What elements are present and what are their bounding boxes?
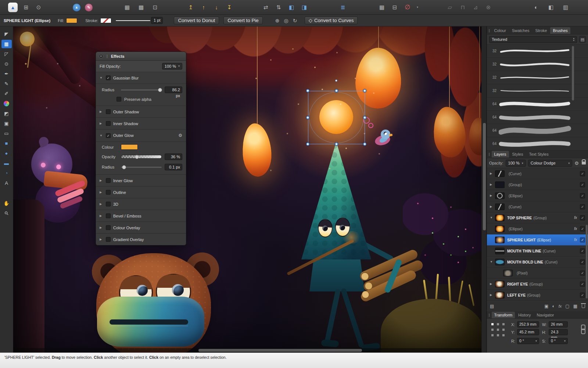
- snapping-grid-icon[interactable]: ▦: [123, 3, 131, 12]
- brush-item[interactable]: 64: [487, 137, 588, 151]
- pencil-tool[interactable]: ✎: [1, 79, 12, 88]
- effect-section-colour-overlay[interactable]: ▶ Colour Overlay: [96, 222, 186, 234]
- effect-checkbox[interactable]: ✓: [106, 75, 111, 80]
- split-view-icon[interactable]: ◧: [547, 3, 555, 12]
- disclosure-icon[interactable]: ▶: [100, 238, 103, 241]
- effect-section-inner-shadow[interactable]: ▶ Inner Shadow: [96, 118, 186, 130]
- new-pixel-layer-icon[interactable]: ▦: [573, 304, 577, 309]
- colour-picker-dropdown-icon[interactable]: ▾: [413, 3, 422, 12]
- artboard-tool[interactable]: ▦: [1, 40, 12, 48]
- flip-vertical-icon[interactable]: ⇅: [275, 3, 283, 12]
- align-horizontal-icon[interactable]: ◧: [287, 3, 295, 12]
- convert-to-donut-button[interactable]: Convert to Donut: [174, 17, 219, 24]
- snap-to-center-icon[interactable]: ⊕: [273, 18, 282, 24]
- pie-tool[interactable]: ◔: [1, 169, 12, 177]
- tab-swatches[interactable]: Swatches: [509, 27, 532, 34]
- panel-drag-handle[interactable]: ∥: [488, 313, 490, 317]
- designer-persona-icon[interactable]: ▲: [73, 4, 80, 11]
- point-transform-tool[interactable]: ⊙: [1, 60, 12, 68]
- radius-value[interactable]: 86.2 px: [165, 86, 182, 93]
- text-tool[interactable]: A: [1, 179, 12, 187]
- transparency-tool[interactable]: ◩: [1, 109, 12, 118]
- rounded-rectangle-tool[interactable]: ▬: [1, 159, 12, 167]
- effect-checkbox[interactable]: ✓: [106, 133, 111, 138]
- fx-badge[interactable]: fx: [574, 216, 577, 220]
- pixel-persona-icon[interactable]: ✎: [85, 4, 93, 11]
- tab-stroke[interactable]: Stroke: [533, 27, 550, 34]
- insert-target-icon[interactable]: ▦: [378, 3, 386, 12]
- glow-opacity-slider[interactable]: [121, 155, 162, 159]
- convert-to-curves-button[interactable]: ◇Convert to Curves: [305, 17, 358, 24]
- effect-checkbox[interactable]: [106, 190, 111, 195]
- expander-icon[interactable]: ▼: [490, 216, 495, 219]
- pen-tool[interactable]: ✒: [1, 70, 12, 78]
- cycle-selection-icon[interactable]: ⊗: [484, 3, 492, 12]
- tab-styles[interactable]: Styles: [510, 151, 526, 158]
- zoom-tool[interactable]: ⚲: [1, 209, 12, 217]
- effect-checkbox[interactable]: [106, 178, 111, 183]
- expander-icon[interactable]: ▶: [490, 194, 495, 197]
- move-backward-icon[interactable]: ↓: [212, 3, 220, 12]
- slider-thumb[interactable]: [135, 155, 139, 159]
- rectangle-tool[interactable]: ■: [1, 139, 12, 148]
- preserve-alpha-checkbox[interactable]: [116, 97, 121, 102]
- insert-behind-icon[interactable]: ⊟: [391, 3, 399, 12]
- brush-category-dropdown[interactable]: Textured ▴▾: [489, 36, 577, 43]
- visibility-checkbox[interactable]: ✓: [580, 193, 585, 198]
- selection-handle-bottom-center[interactable]: [335, 142, 338, 146]
- effect-section-outline[interactable]: ▶ Outline: [96, 187, 186, 198]
- r-dropdown[interactable]: 0 °▾: [517, 338, 539, 344]
- effect-checkbox[interactable]: [106, 121, 111, 126]
- effect-section-gradient-overlay[interactable]: ▶ Gradient Overlay: [96, 234, 186, 245]
- layer-row-mouth-thin-line[interactable]: MOUTH THIN LINE (Curve) ✓: [487, 245, 588, 256]
- snapping-candidates-icon[interactable]: ▩: [137, 3, 145, 12]
- layer-row-right-eye[interactable]: ▶ RIGHT EYE (Group) ✓: [487, 279, 588, 290]
- visibility-checkbox[interactable]: ✓: [580, 215, 585, 220]
- canvas-hscrollbar-thumb[interactable]: [198, 349, 362, 352]
- flip-horizontal-icon[interactable]: ⇄: [262, 3, 270, 12]
- move-to-front-icon[interactable]: ↥: [187, 3, 195, 12]
- tab-colour[interactable]: Colour: [492, 27, 509, 34]
- selection-handle-bottom-right[interactable]: [363, 142, 366, 146]
- visibility-checkbox[interactable]: ✓: [580, 259, 585, 265]
- w-field[interactable]: 26 mm: [549, 321, 568, 328]
- reset-bounds-icon[interactable]: ↻: [291, 18, 300, 24]
- glow-opacity-value[interactable]: 36 %: [165, 153, 182, 160]
- disclosure-icon[interactable]: ▶: [100, 202, 103, 206]
- visibility-checkbox[interactable]: ✓: [580, 204, 585, 209]
- selection-bounds[interactable]: [308, 91, 365, 144]
- selection-handle-top-left[interactable]: [306, 89, 309, 92]
- blend-mode-dropdown[interactable]: Colour Dodge▾: [528, 160, 573, 167]
- disclosure-icon[interactable]: ▶: [100, 179, 103, 182]
- disclosure-icon[interactable]: ▶: [100, 214, 103, 217]
- panel-menu-button[interactable]: ▤: [579, 36, 586, 43]
- colour-picker-off-icon[interactable]: ∅: [404, 3, 412, 12]
- expander-icon[interactable]: ▶: [490, 282, 495, 286]
- effect-checkbox[interactable]: [106, 202, 111, 206]
- tab-text-styles[interactable]: Text Styles: [527, 151, 551, 158]
- app-logo[interactable]: ▲: [8, 3, 18, 12]
- stroke-width-value[interactable]: 1 pt: [151, 17, 163, 24]
- align-vertical-icon[interactable]: ◨: [300, 3, 308, 12]
- canvas[interactable]: ✦: [13, 26, 481, 353]
- fx-badge[interactable]: fx: [574, 238, 577, 242]
- show-orientation-icon[interactable]: ◎: [282, 18, 291, 24]
- drag-handle-icon[interactable]: ∥: [106, 54, 108, 58]
- selection-handle-mid-right[interactable]: [363, 116, 366, 119]
- disclosure-icon[interactable]: ▶: [100, 110, 103, 113]
- brush-item[interactable]: 64: [487, 124, 588, 137]
- layer-row-left-eye[interactable]: ▶ LEFT EYE (Group) ✓: [487, 290, 588, 301]
- tab-brushes[interactable]: Brushes: [550, 27, 570, 34]
- move-tool[interactable]: ◤: [1, 30, 12, 38]
- convert-to-pie-button[interactable]: Convert to Pie: [223, 17, 262, 24]
- mask-layer-icon[interactable]: ▣: [544, 304, 548, 309]
- tab-transform[interactable]: Transform: [492, 312, 515, 318]
- anchor-point-selector[interactable]: [491, 323, 505, 337]
- layer-effects-icon[interactable]: fx: [559, 304, 562, 308]
- effect-section-inner-glow[interactable]: ▶ Inner Glow: [96, 175, 186, 187]
- tab-layers[interactable]: Layers: [492, 151, 509, 158]
- brushes-scrollbar[interactable]: [572, 46, 574, 100]
- vector-brush-tool[interactable]: ✐: [1, 89, 12, 98]
- layers-scrollbar[interactable]: [586, 225, 588, 298]
- fx-badge[interactable]: fx: [574, 227, 577, 231]
